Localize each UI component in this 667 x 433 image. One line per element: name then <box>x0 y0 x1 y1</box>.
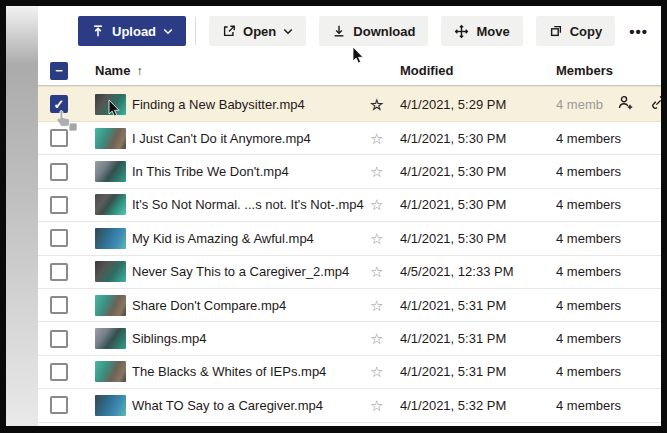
table-row[interactable]: I Just Can't Do it Anymore.mp4 ☆ 4/1/202… <box>38 122 661 155</box>
column-header-name[interactable]: Name ↑ <box>95 63 400 78</box>
row-checkbox[interactable] <box>50 363 68 381</box>
star-icon[interactable]: ☆ <box>370 231 400 246</box>
star-icon[interactable]: ☆ <box>370 298 400 313</box>
file-name[interactable]: Siblings.mp4 <box>132 331 370 346</box>
file-name[interactable]: Finding a New Babysitter.mp4 <box>132 97 370 112</box>
sort-up-icon: ↑ <box>136 64 142 78</box>
toolbar-divider <box>195 17 196 45</box>
download-label: Download <box>353 24 415 39</box>
star-icon[interactable]: ☆ <box>370 364 400 379</box>
row-checkbox[interactable] <box>50 396 68 414</box>
link-icon[interactable] <box>650 94 661 114</box>
open-icon <box>222 24 236 38</box>
table-row[interactable]: My Kid is Amazing & Awful.mp4 ☆ 4/1/2021… <box>38 222 661 255</box>
row-hover-actions <box>617 94 661 114</box>
modified-date: 4/1/2021, 5:30 PM <box>400 131 556 146</box>
star-icon[interactable]: ☆ <box>370 331 400 346</box>
copy-icon <box>549 24 563 38</box>
file-name[interactable]: My Kid is Amazing & Awful.mp4 <box>132 231 370 246</box>
modified-date: 4/1/2021, 5:30 PM <box>400 164 556 179</box>
members-count[interactable]: 4 members <box>556 298 621 313</box>
upload-button[interactable]: Upload <box>78 16 186 46</box>
move-label: Move <box>476 24 509 39</box>
file-name[interactable]: It's So Not Normal. ...s not. It's Not-.… <box>132 197 370 212</box>
members-count[interactable]: 4 members <box>556 131 621 146</box>
move-icon <box>454 24 469 39</box>
person-add-icon[interactable] <box>617 94 634 114</box>
modified-date: 4/1/2021, 5:31 PM <box>400 298 556 313</box>
table-row[interactable]: What TO Say to a Caregiver.mp4 ☆ 4/1/202… <box>38 389 661 422</box>
star-icon[interactable]: ☆ <box>370 398 400 413</box>
members-count[interactable]: 4 members <box>556 231 621 246</box>
row-checkbox[interactable] <box>50 330 68 348</box>
column-header-modified[interactable]: Modified <box>400 63 556 78</box>
copy-label: Copy <box>570 24 603 39</box>
download-icon <box>332 24 346 38</box>
modified-date: 4/5/2021, 12:33 PM <box>400 264 556 279</box>
members-count[interactable]: 4 memb <box>556 97 603 112</box>
video-thumbnail <box>95 261 126 282</box>
file-name[interactable]: Share Don't Compare.mp4 <box>132 298 370 313</box>
app-window: Upload Open <box>6 6 661 426</box>
modified-date: 4/1/2021, 5:29 PM <box>400 97 556 112</box>
download-button[interactable]: Download <box>319 16 428 46</box>
modified-date: 4/1/2021, 5:30 PM <box>400 231 556 246</box>
chevron-down-icon <box>163 28 173 35</box>
table-row[interactable]: It's So Not Normal. ...s not. It's Not-.… <box>38 189 661 222</box>
check-glyph: ✓ <box>54 98 65 111</box>
members-count[interactable]: 4 members <box>556 331 621 346</box>
members-count[interactable]: 4 members <box>556 164 621 179</box>
table-row[interactable]: Siblings.mp4 ☆ 4/1/2021, 5:31 PM 4 membe… <box>38 322 661 355</box>
open-button[interactable]: Open <box>209 16 306 46</box>
star-icon[interactable]: ☆ <box>370 197 400 212</box>
table-row[interactable]: In This Tribe We Don't.mp4 ☆ 4/1/2021, 5… <box>38 155 661 188</box>
window-edge-gutter <box>6 6 38 426</box>
toolbar: Upload Open <box>38 6 661 56</box>
minus-glyph: − <box>55 64 63 77</box>
row-checkbox[interactable] <box>50 163 68 181</box>
row-checkbox[interactable] <box>50 129 68 147</box>
more-icon: ••• <box>629 23 648 40</box>
members-count[interactable]: 4 members <box>556 197 621 212</box>
table-row[interactable]: The Blacks & Whites of IEPs.mp4 ☆ 4/1/20… <box>38 356 661 389</box>
video-thumbnail <box>95 194 126 215</box>
video-thumbnail <box>95 161 126 182</box>
file-name[interactable]: In This Tribe We Don't.mp4 <box>132 164 370 179</box>
table-row[interactable]: ✓ Finding a New Babysitter.mp4 ☆ 4/1/202… <box>38 86 661 122</box>
modified-date: 4/1/2021, 5:32 PM <box>400 398 556 413</box>
video-thumbnail <box>95 361 126 382</box>
star-icon[interactable]: ☆ <box>370 164 400 179</box>
table-header: − Name ↑ Modified Members <box>38 56 661 86</box>
chevron-down-icon <box>283 28 293 35</box>
row-checkbox[interactable] <box>50 296 68 314</box>
screenshot-root: Upload Open <box>0 0 667 433</box>
row-checkbox[interactable] <box>50 196 68 214</box>
members-count[interactable]: 4 members <box>556 398 621 413</box>
file-name[interactable]: What TO Say to a Caregiver.mp4 <box>132 398 370 413</box>
members-count[interactable]: 4 members <box>556 364 621 379</box>
select-all-checkbox[interactable]: − <box>50 62 68 80</box>
row-checkbox[interactable] <box>50 263 68 281</box>
row-checkbox[interactable]: ✓ <box>50 95 68 113</box>
open-label: Open <box>243 24 276 39</box>
members-count[interactable]: 4 members <box>556 264 621 279</box>
column-header-members[interactable]: Members <box>556 63 661 78</box>
modified-date: 4/1/2021, 5:31 PM <box>400 331 556 346</box>
video-thumbnail <box>95 328 126 349</box>
copy-button[interactable]: Copy <box>536 16 616 46</box>
star-icon[interactable]: ☆ <box>370 264 400 279</box>
star-icon[interactable]: ☆ <box>370 131 400 146</box>
table-row[interactable]: Share Don't Compare.mp4 ☆ 4/1/2021, 5:31… <box>38 289 661 322</box>
star-icon[interactable]: ☆ <box>370 97 400 112</box>
upload-label: Upload <box>112 24 156 39</box>
table-row[interactable]: Never Say This to a Caregiver_2.mp4 ☆ 4/… <box>38 256 661 289</box>
video-thumbnail <box>95 395 126 416</box>
move-button[interactable]: Move <box>441 16 522 46</box>
file-name[interactable]: The Blacks & Whites of IEPs.mp4 <box>132 364 370 379</box>
file-name[interactable]: I Just Can't Do it Anymore.mp4 <box>132 131 370 146</box>
video-thumbnail <box>95 295 126 316</box>
row-checkbox[interactable] <box>50 229 68 247</box>
more-actions-button[interactable]: ••• <box>623 19 654 44</box>
upload-icon <box>91 24 105 38</box>
file-name[interactable]: Never Say This to a Caregiver_2.mp4 <box>132 264 370 279</box>
